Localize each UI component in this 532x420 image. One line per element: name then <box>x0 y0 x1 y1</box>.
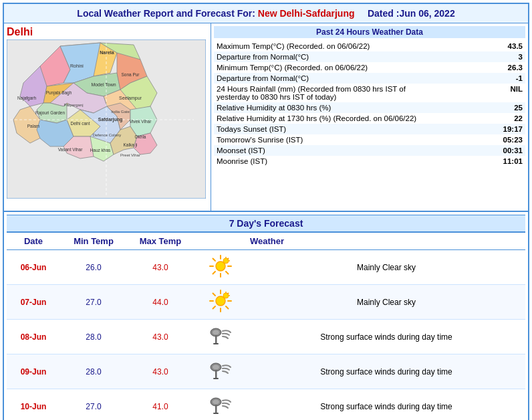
forecast-date: 10-Jun <box>7 389 60 421</box>
past24-label: Todays Sunset (IST) <box>214 124 428 134</box>
svg-line-64 <box>213 294 216 296</box>
map-section: Delhi <box>4 23 211 211</box>
svg-text:Palam: Palam <box>27 124 39 128</box>
svg-text:India Gate: India Gate <box>111 110 130 114</box>
svg-rect-75 <box>213 343 219 344</box>
svg-text:Rohini: Rohini <box>70 64 84 68</box>
past24-label: Tomorrow's Sunrise (IST) <box>214 134 428 145</box>
past24-value: 11:01 <box>428 156 525 167</box>
past24-value: NIL <box>428 84 525 102</box>
past24-value: 22 <box>428 113 525 124</box>
forecast-date: 06-Jun <box>7 250 60 285</box>
svg-line-51 <box>213 259 216 261</box>
map-container: Narela Rohini Model Town Punjabi Bagh Se… <box>7 39 206 200</box>
svg-line-54 <box>213 272 216 274</box>
svg-text:Sona Pur: Sona Pur <box>121 72 140 77</box>
svg-text:Rajouri Garden: Rajouri Garden <box>35 110 65 116</box>
forecast-weather-desc: Strong surface winds during day time <box>247 320 525 354</box>
forecast-max-temp: 43.0 <box>127 250 194 285</box>
svg-rect-82 <box>215 405 217 414</box>
svg-text:Narela: Narela <box>100 50 114 55</box>
past24-value: 26.3 <box>428 62 525 73</box>
past24-row: Tomorrow's Sunrise (IST) 05:23 <box>214 134 525 145</box>
past24-label: Moonset (IST) <box>214 145 428 156</box>
forecast-header-row: Date Min Temp Max Temp Weather <box>7 233 525 250</box>
past24-label: Maximum Temp(°C) (Recorded. on 06/06/22) <box>214 41 428 51</box>
past24-label: Departure from Normal(°C) <box>214 51 428 62</box>
forecast-min-temp: 28.0 <box>60 354 127 389</box>
past24-value: 19:17 <box>428 124 525 134</box>
forecast-title: 7 Day's Forecast <box>7 215 525 232</box>
svg-text:Okhla: Okhla <box>135 134 146 139</box>
header-prefix: Local Weather Report and Forecast For: <box>77 8 255 19</box>
forecast-row: 10-Jun 27.0 41.0 Strong surface winds du… <box>7 389 525 421</box>
past24-row: Moonrise (IST) 11:01 <box>214 156 525 167</box>
col-header-weather: Weather <box>247 233 525 250</box>
svg-rect-78 <box>215 370 217 379</box>
col-header-min: Min Temp <box>60 233 127 250</box>
page-header: Local Weather Report and Forecast For: N… <box>4 4 528 23</box>
col-header-date: Date <box>7 233 60 250</box>
forecast-row: 09-Jun 28.0 43.0 Strong surface winds du… <box>7 354 525 389</box>
svg-text:Defence Colony: Defence Colony <box>93 133 122 137</box>
delhi-map-svg: Narela Rohini Model Town Punjabi Bagh Se… <box>7 39 206 199</box>
past24-label: Departure from Normal(°C) <box>214 73 428 84</box>
svg-rect-74 <box>215 335 217 344</box>
svg-text:Kalka ji: Kalka ji <box>124 142 138 148</box>
forecast-weather-icon <box>194 389 247 421</box>
forecast-weather-icon <box>194 285 247 320</box>
svg-line-67 <box>213 306 216 309</box>
forecast-section: 7 Day's Forecast Date Min Temp Max Temp … <box>4 212 528 420</box>
map-title: Delhi <box>7 26 208 38</box>
svg-text:Delhi cant: Delhi cant <box>71 121 90 126</box>
forecast-max-temp: 43.0 <box>127 320 194 354</box>
past24-row: Departure from Normal(°C) -1 <box>214 73 525 84</box>
past24-row: Departure from Normal(°C) 3 <box>214 51 525 62</box>
forecast-max-temp: 44.0 <box>127 285 194 320</box>
past24-title: Past 24 Hours Weather Data <box>214 26 525 38</box>
forecast-date: 08-Jun <box>7 320 60 354</box>
past24-value: 25 <box>428 102 525 113</box>
svg-text:Preet Vihar: Preet Vihar <box>120 153 140 157</box>
svg-point-73 <box>213 330 219 335</box>
past24-row: Todays Sunset (IST) 19:17 <box>214 124 525 134</box>
svg-text:Vivek Vihar: Vivek Vihar <box>130 119 152 124</box>
past24-row: Relative Humidity at 0830 hrs (%) 25 <box>214 102 525 113</box>
svg-text:Model Town: Model Town <box>91 82 116 87</box>
forecast-weather-desc: Strong surface winds during day time <box>247 354 525 389</box>
forecast-row: 07-Jun 27.0 44.0 Mainly Clear sky <box>7 285 525 320</box>
past24-value: -1 <box>428 73 525 84</box>
weather-data-section: Past 24 Hours Weather Data Maximum Temp(… <box>211 23 528 211</box>
forecast-min-temp: 26.0 <box>60 250 127 285</box>
svg-rect-79 <box>213 378 219 379</box>
svg-text:Seelampur: Seelampur <box>119 96 142 101</box>
past24-row: Minimum Temp(°C) (Recorded. on 06/06/22)… <box>214 62 525 73</box>
col-header-icon <box>194 233 247 250</box>
forecast-date: 09-Jun <box>7 354 60 389</box>
past24-value: 43.5 <box>428 41 525 51</box>
svg-line-71 <box>227 294 229 295</box>
header-location: New Delhi-Safdarjung <box>258 8 355 19</box>
forecast-row: 06-Jun 26.0 43.0 Mainly Clear sky <box>7 250 525 285</box>
forecast-max-temp: 43.0 <box>127 354 194 389</box>
outer-container: Local Weather Report and Forecast For: N… <box>3 3 529 420</box>
svg-text:Najafgarh: Najafgarh <box>17 96 37 101</box>
svg-text:Safdarjung: Safdarjung <box>98 117 123 122</box>
svg-point-77 <box>213 365 219 370</box>
forecast-weather-desc: Strong surface winds during day time <box>247 389 525 421</box>
svg-text:Vasant Vihar: Vasant Vihar <box>58 147 83 152</box>
past24-table: Maximum Temp(°C) (Recorded. on 06/06/22)… <box>214 41 525 167</box>
forecast-weather-icon <box>194 320 247 354</box>
forecast-weather-desc: Mainly Clear sky <box>247 250 525 285</box>
svg-text:Hauz khas: Hauz khas <box>90 148 111 152</box>
past24-row: Maximum Temp(°C) (Recorded. on 06/06/22)… <box>214 41 525 51</box>
forecast-weather-desc: Mainly Clear sky <box>247 285 525 320</box>
forecast-min-temp: 27.0 <box>60 285 127 320</box>
forecast-weather-icon <box>194 250 247 285</box>
past24-label: Relative Humidity at 1730 hrs (%) (Recor… <box>214 113 428 124</box>
forecast-min-temp: 27.0 <box>60 389 127 421</box>
past24-row: Relative Humidity at 1730 hrs (%) (Recor… <box>214 113 525 124</box>
svg-text:Punjabi Bagh: Punjabi Bagh <box>46 90 72 96</box>
past24-value: 00:31 <box>428 145 525 156</box>
svg-line-52 <box>226 272 229 274</box>
